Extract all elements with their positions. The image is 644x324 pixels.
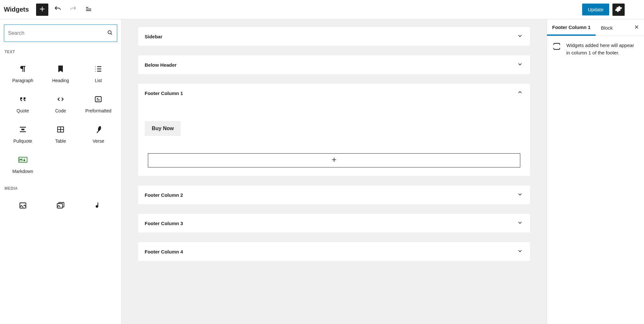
list-view-button[interactable] — [82, 4, 95, 16]
area-header[interactable]: Footer Column 3 — [138, 214, 530, 233]
toolbar-right-group: Update — [582, 4, 640, 16]
chevron-down-icon — [516, 247, 524, 256]
block-label: Code — [55, 108, 66, 113]
chevron-down-icon — [516, 32, 524, 41]
more-options-button[interactable] — [628, 4, 640, 16]
toolbar-left-group: Widgets — [4, 4, 95, 16]
area-header[interactable]: Footer Column 2 — [138, 186, 530, 204]
area-header[interactable]: Footer Column 1 — [138, 84, 530, 102]
block-verse[interactable]: Verse — [80, 119, 117, 149]
svg-rect-5 — [21, 129, 24, 130]
area-title: Footer Column 4 — [145, 249, 183, 254]
close-settings-button[interactable] — [629, 24, 644, 31]
chevron-down-icon — [516, 61, 524, 69]
verse-icon — [94, 125, 103, 134]
block-label: Verse — [92, 138, 104, 144]
area-title: Footer Column 2 — [145, 192, 183, 198]
area-header[interactable]: Below Header — [138, 55, 530, 74]
add-block-appender[interactable] — [148, 153, 520, 167]
update-button[interactable]: Update — [582, 4, 609, 15]
gear-icon — [615, 5, 622, 14]
widget-area-below-header: Below Header — [138, 55, 530, 74]
area-title: Footer Column 3 — [145, 221, 183, 226]
block-gallery[interactable] — [42, 195, 79, 220]
audio-icon — [94, 201, 103, 210]
tab-block[interactable]: Block — [596, 20, 618, 35]
table-icon — [56, 125, 65, 134]
block-preformatted[interactable]: Preformatted — [80, 89, 117, 119]
block-quote[interactable]: Quote — [4, 89, 42, 119]
gallery-icon — [56, 201, 65, 210]
pullquote-icon — [18, 125, 27, 134]
top-toolbar: Widgets Update — [0, 0, 644, 19]
svg-point-3 — [108, 31, 111, 34]
widget-area-footer-column-1: Footer Column 1 Buy Now — [138, 84, 530, 176]
block-inserter-panel: TEXT Paragraph Heading List — [0, 19, 121, 324]
redo-icon — [69, 5, 77, 14]
block-list[interactable]: List — [80, 59, 117, 89]
area-header[interactable]: Sidebar — [138, 27, 530, 46]
widget-area-sidebar: Sidebar — [138, 27, 530, 46]
block-label: Paragraph — [12, 78, 33, 83]
image-icon — [18, 201, 27, 210]
tab-widget-area[interactable]: Footer Column 1 — [547, 19, 596, 36]
block-label: List — [95, 78, 102, 83]
block-paragraph[interactable]: Paragraph — [4, 59, 42, 89]
widget-areas-canvas: Sidebar Below Header Footer Column 1 Buy… — [121, 19, 547, 324]
add-block-button[interactable] — [36, 4, 48, 16]
block-image[interactable] — [4, 195, 42, 220]
chevron-up-icon — [516, 89, 524, 97]
block-heading[interactable]: Heading — [42, 59, 79, 89]
block-label: Quote — [17, 108, 29, 113]
section-label-text: TEXT — [5, 50, 117, 54]
search-container — [4, 24, 117, 42]
close-icon — [634, 25, 639, 31]
preformatted-icon — [94, 95, 103, 104]
list-icon — [94, 64, 103, 73]
undo-icon — [54, 5, 62, 14]
settings-tabs: Footer Column 1 Block — [547, 19, 644, 36]
search-input[interactable] — [8, 30, 107, 36]
block-audio[interactable] — [80, 195, 117, 220]
settings-toggle-button[interactable] — [612, 4, 625, 16]
settings-panel: Footer Column 1 Block Widgets added here… — [547, 19, 644, 324]
text-blocks-grid: Paragraph Heading List Quote — [4, 59, 117, 180]
block-label: Table — [55, 138, 66, 144]
markdown-icon — [18, 155, 27, 164]
widget-area-footer-column-4: Footer Column 4 — [138, 242, 530, 261]
area-title: Sidebar — [145, 34, 162, 39]
code-icon — [56, 95, 65, 104]
quote-icon — [18, 95, 27, 104]
widget-area-footer-column-3: Footer Column 3 — [138, 214, 530, 233]
redo-button[interactable] — [67, 4, 79, 16]
block-code[interactable]: Code — [42, 89, 79, 119]
panel-content: Widgets added here will appear in column… — [547, 36, 644, 62]
chevron-down-icon — [516, 191, 524, 199]
block-pullquote[interactable]: Pullquote — [4, 119, 42, 149]
block-markdown[interactable]: Markdown — [4, 149, 42, 180]
undo-button[interactable] — [52, 4, 64, 16]
block-label: Preformatted — [85, 108, 111, 113]
block-label: Markdown — [12, 169, 33, 174]
chevron-down-icon — [516, 219, 524, 227]
area-title: Footer Column 1 — [145, 91, 183, 96]
plus-icon — [331, 156, 338, 165]
buy-now-button[interactable]: Buy Now — [145, 121, 181, 136]
area-header[interactable]: Footer Column 4 — [138, 242, 530, 261]
media-blocks-grid — [4, 195, 117, 220]
block-label: Pullquote — [13, 138, 32, 144]
area-title: Below Header — [145, 62, 177, 68]
paragraph-icon — [18, 64, 27, 73]
area-body: Buy Now — [138, 102, 530, 176]
block-table[interactable]: Table — [42, 119, 79, 149]
widget-area-icon — [552, 42, 561, 51]
page-title: Widgets — [4, 6, 29, 13]
widget-area-footer-column-2: Footer Column 2 — [138, 186, 530, 204]
block-label: Heading — [52, 78, 69, 83]
bookmark-icon — [56, 64, 65, 73]
outline-icon — [85, 5, 92, 14]
plus-icon — [38, 5, 46, 14]
panel-description: Widgets added here will appear in column… — [566, 42, 639, 56]
search-icon — [107, 29, 113, 37]
svg-rect-4 — [95, 97, 101, 102]
